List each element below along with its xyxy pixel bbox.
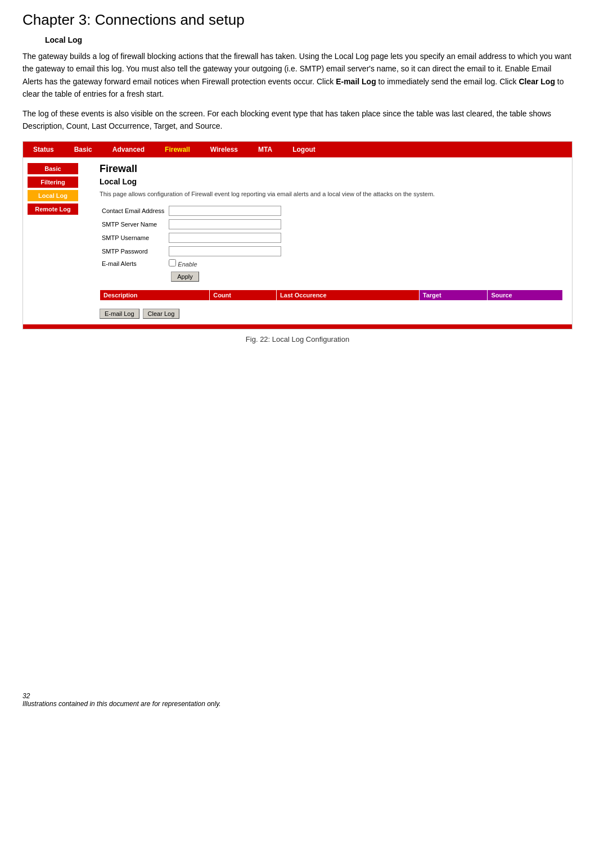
input-contact-email[interactable] bbox=[169, 206, 281, 216]
section-heading: Local Log bbox=[45, 35, 573, 44]
bottom-red-bar bbox=[23, 324, 572, 329]
main-content: Firewall Local Log This page allows conf… bbox=[91, 157, 572, 324]
apply-button[interactable]: Apply bbox=[171, 272, 199, 282]
th-target: Target bbox=[419, 290, 488, 301]
page-title-firewall: Firewall bbox=[100, 163, 563, 175]
figure-caption: Fig. 22: Local Log Configuration bbox=[22, 335, 573, 343]
form-row-email: Contact Email Address bbox=[100, 204, 283, 218]
nav-bar: Status Basic Advanced Firewall Wireless … bbox=[23, 142, 572, 157]
page-footer-area: 32 Illustrations contained in this docum… bbox=[22, 355, 573, 708]
page-description: This page allows configuration of Firewa… bbox=[100, 191, 563, 197]
footer-note: Illustrations contained in this document… bbox=[22, 700, 573, 708]
nav-item-firewall[interactable]: Firewall bbox=[155, 143, 200, 156]
checkbox-enable-label: Enable bbox=[178, 261, 197, 268]
input-smtp-username[interactable] bbox=[169, 233, 281, 243]
th-description: Description bbox=[100, 290, 210, 301]
chapter-title: Chapter 3: Connections and setup bbox=[22, 11, 573, 29]
nav-item-mta[interactable]: MTA bbox=[248, 143, 282, 156]
footer-page-number: 32 bbox=[22, 692, 573, 700]
sidebar-btn-remotelog[interactable]: Remote Log bbox=[28, 204, 78, 215]
label-smtp-server: SMTP Server Name bbox=[100, 218, 166, 231]
config-form: Contact Email Address SMTP Server Name S… bbox=[100, 204, 283, 284]
th-source: Source bbox=[488, 290, 563, 301]
form-row-email-alerts: E-mail Alerts Enable bbox=[100, 258, 283, 269]
log-table-empty-row bbox=[100, 301, 563, 304]
sidebar-btn-locallog[interactable]: Local Log bbox=[28, 190, 78, 201]
content-area: Basic Filtering Local Log Remote Log Fir… bbox=[23, 157, 572, 324]
nav-item-basic[interactable]: Basic bbox=[64, 143, 102, 156]
log-table-header-row: Description Count Last Occurence Target … bbox=[100, 290, 563, 301]
nav-item-status[interactable]: Status bbox=[23, 143, 64, 156]
th-count: Count bbox=[210, 290, 277, 301]
th-last-occurence: Last Occurence bbox=[277, 290, 420, 301]
email-log-button[interactable]: E-mail Log bbox=[100, 309, 139, 319]
input-smtp-server[interactable] bbox=[169, 219, 281, 229]
form-row-smtp-user: SMTP Username bbox=[100, 231, 283, 245]
input-smtp-password[interactable] bbox=[169, 246, 281, 256]
form-row-smtp-pass: SMTP Password bbox=[100, 245, 283, 258]
nav-item-logout[interactable]: Logout bbox=[282, 143, 326, 156]
nav-item-wireless[interactable]: Wireless bbox=[200, 143, 248, 156]
log-buttons: E-mail Log Clear Log bbox=[100, 309, 563, 319]
sidebar-btn-filtering[interactable]: Filtering bbox=[28, 177, 78, 188]
nav-item-advanced[interactable]: Advanced bbox=[102, 143, 155, 156]
log-table: Description Count Last Occurence Target … bbox=[100, 290, 563, 304]
label-smtp-password: SMTP Password bbox=[100, 245, 166, 258]
sidebar-btn-basic[interactable]: Basic bbox=[28, 163, 78, 174]
label-email-alerts: E-mail Alerts bbox=[100, 258, 166, 269]
form-row-apply: Apply bbox=[100, 269, 283, 284]
label-contact-email: Contact Email Address bbox=[100, 204, 166, 218]
form-row-smtp-server: SMTP Server Name bbox=[100, 218, 283, 231]
body-paragraph-2: The log of these events is also visible … bbox=[22, 107, 573, 133]
body-paragraph-1: The gateway builds a log of firewall blo… bbox=[22, 50, 573, 101]
page-subtitle-locallog: Local Log bbox=[100, 177, 563, 186]
clear-log-button[interactable]: Clear Log bbox=[143, 309, 180, 319]
checkbox-enable-alerts[interactable] bbox=[169, 259, 176, 266]
sidebar: Basic Filtering Local Log Remote Log bbox=[23, 157, 91, 324]
label-smtp-username: SMTP Username bbox=[100, 231, 166, 245]
screenshot-frame: Status Basic Advanced Firewall Wireless … bbox=[22, 141, 573, 329]
